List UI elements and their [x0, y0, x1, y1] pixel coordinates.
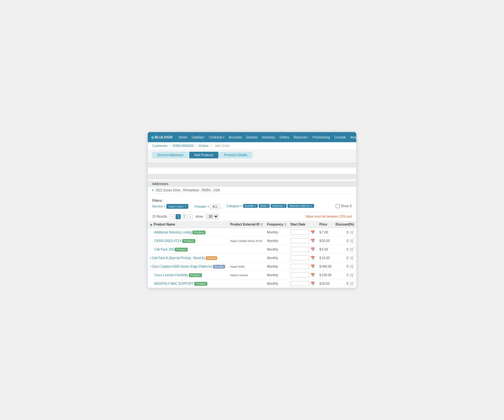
ext-id-filter-icon[interactable]: ▽: [261, 223, 263, 226]
nav-item-analytics[interactable]: Analytics ▾: [348, 132, 357, 142]
address-toggle[interactable]: ▾: [152, 188, 154, 192]
start-date-input[interactable]: [290, 230, 309, 235]
table-row: Cisco License Flexibility ProductHaaS-Li…: [148, 271, 356, 279]
add-to-cart-icon[interactable]: 🛒: [350, 247, 354, 251]
calendar-icon[interactable]: 📅: [311, 247, 315, 251]
product-name-link[interactable]: Call Pack 200: [154, 248, 174, 251]
nav-item-accounts[interactable]: Accounts: [227, 132, 244, 142]
nav-item-catalog[interactable]: Catalog ▾: [190, 132, 207, 142]
price-cell: $50.00: [318, 237, 334, 245]
expand-btn[interactable]: ›: [150, 265, 151, 268]
cat-tag-remove[interactable]: ×: [254, 204, 256, 207]
product-name-link[interactable]: Additional Directory Listing: [154, 231, 191, 234]
product-name-link[interactable]: MONTHLY MAC SUPPORT: [154, 282, 194, 285]
filter-provider-arrow[interactable]: ▾: [208, 205, 209, 208]
prev-page-btn[interactable]: ‹: [170, 214, 175, 219]
cat-tag-remove[interactable]: ×: [267, 204, 268, 207]
add-to-cart-icon[interactable]: 🛒: [350, 239, 354, 243]
type-badge: Bundle: [213, 265, 225, 269]
product-name-link[interactable]: Cisco License Flexibility: [154, 273, 188, 277]
show-select[interactable]: 10 25 50: [206, 214, 219, 219]
col-product-ext-id[interactable]: Product External ID ▽: [228, 221, 265, 228]
nav-item-provisioning[interactable]: Provisioning: [310, 132, 332, 142]
price-value: 10.00: [322, 256, 330, 260]
start-date-input[interactable]: [290, 238, 309, 243]
filter-service-remove[interactable]: ×: [184, 205, 186, 208]
filter-service-label[interactable]: Service: [152, 205, 163, 208]
nav-item-devices[interactable]: Devices: [244, 132, 260, 142]
cat-tag-bundle: Bundle ×: [243, 204, 257, 208]
nav-item-orders[interactable]: Orders: [277, 132, 292, 142]
calendar-icon[interactable]: 📅: [311, 239, 315, 243]
cat-tag-seat: Seat ×: [259, 204, 270, 208]
freq-filter-icon[interactable]: ▽: [284, 223, 286, 226]
col-product-name[interactable]: ▲ Product Name: [148, 221, 228, 228]
breadcrumb-order-id[interactable]: R269-0000029: [173, 144, 194, 148]
nav-item-console[interactable]: Console: [332, 132, 348, 142]
filter-provider-label[interactable]: Provider: [195, 205, 206, 208]
col-start-date: Start Date: [288, 221, 317, 228]
product-name-link[interactable]: Call-Pack A (Special Pricing - Band A): [152, 256, 205, 260]
wizard-step-add-products[interactable]: Add Products: [189, 152, 218, 158]
browser-window: ◈ BLULOGIX HomeCatalog ▾Contracts ▾Accou…: [147, 132, 357, 288]
start-date-cell: 📅: [288, 228, 317, 237]
page-1-btn[interactable]: 1: [176, 214, 181, 219]
table-row: › Call-Pack A (Special Pricing - Band A)…: [148, 254, 356, 262]
col-price: Price: [318, 221, 334, 228]
ext-id-cell: HaaS-License: [228, 271, 265, 279]
col-frequency[interactable]: Frequency ▽: [265, 221, 289, 228]
start-date-input[interactable]: [290, 255, 309, 260]
frequency-cell: Monthly: [265, 228, 289, 237]
filters-section: Filters: Service ▾ HaaS Cisco × Provider…: [148, 196, 356, 212]
calendar-icon[interactable]: 📅: [311, 256, 315, 260]
filter-provider-value[interactable]: ALL: [210, 204, 220, 209]
calendar-icon[interactable]: 📅: [311, 273, 315, 277]
nav-item-inventory[interactable]: Inventory: [260, 132, 277, 142]
page-2-btn[interactable]: 2: [182, 214, 187, 219]
add-to-cart-icon[interactable]: 🛒: [350, 273, 354, 277]
calendar-icon[interactable]: 📅: [311, 230, 315, 234]
nav-item-revenue[interactable]: Revenue ▾: [291, 132, 310, 142]
add-to-cart-icon[interactable]: 🛒: [350, 230, 354, 234]
show-label: Show S: [341, 204, 352, 208]
cat-tag-devices: Devices ×: [271, 204, 286, 208]
cat-tag-remove[interactable]: ×: [311, 204, 312, 207]
start-date-cell: 📅: [288, 254, 317, 262]
table-row: › Cisco Catalyst 8300 Series Edge Platfo…: [148, 262, 356, 271]
show-checkbox[interactable]: [336, 204, 340, 208]
product-name-link[interactable]: Cisco Catalyst 8300 Series Edge Platform…: [152, 265, 212, 268]
table-row: MONTHLY MAC SUPPORT ProductMonthly📅$50.0…: [148, 279, 356, 288]
next-page-btn[interactable]: ›: [188, 214, 193, 219]
wizard-steps: Service Addresses Add Products Products …: [148, 150, 356, 161]
validation-error: Value must be between 15% and: [306, 215, 352, 218]
start-date-input[interactable]: [290, 264, 309, 269]
nav-item-contracts[interactable]: Contracts ▾: [207, 132, 227, 142]
nav-item-home[interactable]: Home: [177, 132, 190, 142]
frequency-cell: Monthly: [265, 254, 289, 262]
filter-service-tag: HaaS Cisco ×: [166, 204, 188, 209]
add-to-cart-icon[interactable]: 🛒: [350, 256, 354, 260]
start-date-input[interactable]: [290, 281, 309, 286]
start-date-cell: 📅: [288, 245, 317, 254]
product-name-link[interactable]: C8300-2N2S-4T2X: [154, 239, 181, 243]
address-text: 3321 Essex Drive , Richardson , 95054 , …: [156, 188, 220, 192]
filter-service-arrow[interactable]: ▾: [164, 205, 165, 208]
start-date-input[interactable]: [290, 247, 309, 252]
calendar-icon[interactable]: 📅: [311, 264, 315, 269]
product-name-cell: Additional Directory Listing Product: [148, 228, 228, 237]
price-cell: $7.00: [318, 228, 334, 237]
expand-btn[interactable]: ›: [150, 256, 151, 260]
type-badge: Product: [192, 231, 205, 234]
start-date-input[interactable]: [290, 272, 309, 277]
add-to-cart-icon[interactable]: 🛒: [350, 281, 354, 286]
breadcrumb-orders[interactable]: Orders: [199, 144, 209, 148]
filter-category-label[interactable]: Category: [227, 204, 240, 208]
wizard-step-service-addresses[interactable]: Service Addresses: [152, 152, 189, 158]
table-row: Call Pack 200 ProductMonthly📅$5.000🛒: [148, 245, 356, 254]
cat-tag-remove[interactable]: ×: [283, 204, 285, 207]
add-to-cart-icon[interactable]: 🛒: [350, 264, 354, 269]
filter-category-arrow[interactable]: ▾: [241, 205, 242, 207]
calendar-icon[interactable]: 📅: [311, 282, 315, 286]
breadcrumb-customers[interactable]: Customers: [152, 144, 167, 148]
wizard-step-products-details[interactable]: Products Details: [219, 152, 252, 158]
